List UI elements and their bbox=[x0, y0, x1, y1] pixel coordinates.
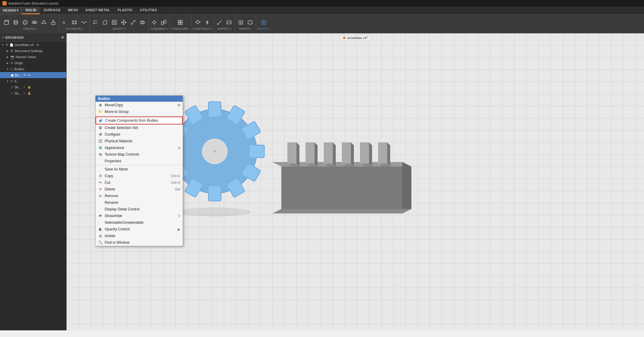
tab-mesh[interactable]: MESH bbox=[64, 7, 82, 14]
svg-marker-88 bbox=[287, 142, 296, 164]
create-more-btn[interactable] bbox=[39, 18, 48, 27]
assemble-joint-btn[interactable] bbox=[150, 18, 159, 27]
design-button[interactable]: DESIGN ▾ bbox=[0, 7, 22, 14]
tab-utilities[interactable]: UTILITIES bbox=[136, 7, 161, 14]
ctx-create-selection[interactable]: ⊞ Create Selection Set bbox=[96, 124, 183, 131]
bodies-icon: ◻ bbox=[10, 67, 13, 71]
ctx-rename[interactable]: Rename bbox=[96, 199, 183, 206]
ctx-create-selection-label: Create Selection Set bbox=[105, 126, 138, 130]
inspect-measure-btn[interactable] bbox=[215, 18, 224, 27]
ctx-isolate[interactable]: ◎ Isolate bbox=[96, 233, 183, 239]
create-label: CREATE ▾ bbox=[23, 27, 37, 30]
create-sphere-btn[interactable] bbox=[21, 18, 30, 27]
comb-3d-shape bbox=[272, 136, 423, 239]
ctx-delete[interactable]: ✕ Delete Del bbox=[96, 186, 183, 193]
assemble-btn[interactable] bbox=[159, 18, 168, 27]
select-label: SELECT ▾ bbox=[257, 27, 270, 30]
svg-rect-35 bbox=[181, 23, 182, 25]
assemble-label: ASSEMBLE ▾ bbox=[150, 27, 168, 30]
browser-item-bodies[interactable]: ▼ ◻ Bodies bbox=[0, 66, 66, 72]
origin-label: Origin bbox=[14, 61, 23, 65]
ctx-move-copy[interactable]: ⊕ Move/Copy M bbox=[96, 102, 183, 108]
automate-fx-btn[interactable]: fx bbox=[60, 18, 70, 27]
body1-extra[interactable]: ◈ bbox=[28, 74, 30, 77]
ctx-rename-label: Rename bbox=[105, 200, 118, 205]
ctx-texture-map[interactable]: ⧉ Texture Map Controls bbox=[96, 151, 183, 158]
ctx-opacity[interactable]: ◐ Opacity Control ▶ bbox=[96, 226, 183, 233]
browser-item-snowflake[interactable]: ▼ 👁 📄 snowflake v4 ⚙ bbox=[0, 42, 66, 48]
tab-sheet-metal[interactable]: SHEET METAL bbox=[82, 7, 114, 14]
insert-canvas-btn[interactable] bbox=[246, 18, 255, 27]
browser-item-named-views[interactable]: ▶ 📷 Named Views bbox=[0, 54, 66, 60]
ctx-physical-material[interactable]: Physical Material bbox=[96, 138, 183, 144]
ctx-selectable[interactable]: Selectable/Unselectable bbox=[96, 219, 183, 226]
origin-icon: ✛ bbox=[10, 61, 13, 65]
svg-text:fx: fx bbox=[63, 21, 65, 25]
snowflake-visibility[interactable]: 👁 bbox=[5, 43, 8, 47]
inspect-section-btn[interactable] bbox=[224, 18, 234, 27]
svg-rect-46 bbox=[248, 21, 252, 24]
browser-item-sketches[interactable]: ▼ ✏ S... bbox=[0, 78, 66, 84]
ctx-configure[interactable]: ⚙ Configure bbox=[96, 131, 183, 138]
configure-btn[interactable] bbox=[176, 18, 185, 27]
sketch2-vis[interactable]: 👁 bbox=[23, 92, 26, 95]
tab-plastic[interactable]: PLASTIC bbox=[114, 7, 137, 14]
modify-move-btn[interactable] bbox=[119, 18, 128, 27]
ctx-texture-map-label: Texture Map Controls bbox=[105, 152, 139, 157]
ctx-copy[interactable]: ⎘ Copy Ctrl+C bbox=[96, 173, 183, 179]
ctx-save-mesh[interactable]: Save As Mesh bbox=[96, 166, 183, 173]
modify-fillet-btn[interactable] bbox=[91, 18, 100, 27]
ctx-save-mesh-label: Save As Mesh bbox=[105, 167, 128, 171]
modify-shell-btn[interactable] bbox=[110, 18, 119, 27]
ctx-isolate-label: Isolate bbox=[105, 234, 115, 238]
snowflake-gear[interactable]: ⚙ bbox=[36, 43, 39, 47]
toolbar-group-configure: CONFIGURE ▾ bbox=[170, 15, 191, 33]
create-torus-btn[interactable] bbox=[30, 18, 39, 27]
construct-plane-btn[interactable] bbox=[193, 18, 202, 27]
ctx-show-hide-shortcut: V bbox=[178, 214, 180, 218]
ctx-remove[interactable]: ↩ Remove bbox=[96, 193, 183, 199]
svg-marker-103 bbox=[378, 142, 387, 164]
create-cylinder-btn[interactable] bbox=[11, 18, 20, 27]
ctx-display-detail[interactable]: Display Detail Control bbox=[96, 206, 183, 213]
sketch2-lock[interactable]: 🔒 bbox=[28, 92, 31, 95]
sketch1-lock[interactable]: 🔒 bbox=[28, 86, 31, 89]
browser-item-body1[interactable]: ◼ Bo... 👁 ◈ bbox=[0, 72, 66, 78]
context-menu-header: Bodies bbox=[96, 96, 183, 102]
browser-item-sketch2[interactable]: ✏ Sk... 👁 🔒 bbox=[0, 90, 66, 96]
automate-wave-btn[interactable] bbox=[79, 18, 88, 27]
browser-item-origin[interactable]: ▶ ✛ Origin bbox=[0, 60, 66, 66]
browser-item-doc-settings[interactable]: ▶ ⚙ Document Settings bbox=[0, 48, 66, 54]
svg-marker-83 bbox=[281, 167, 411, 209]
insert-btn[interactable] bbox=[236, 18, 245, 27]
ctx-create-components[interactable]: Create Components from Bodies bbox=[96, 117, 183, 124]
toolbar-group-create: CREATE ▾ bbox=[1, 15, 59, 33]
sketch1-vis[interactable]: 👁 bbox=[23, 86, 26, 89]
ctx-appearance[interactable]: Appearance A bbox=[96, 144, 183, 151]
automate-btn[interactable] bbox=[70, 18, 79, 27]
save-mesh-icon bbox=[98, 167, 103, 172]
ctx-find-in-window[interactable]: 🔍 Find in Window bbox=[96, 239, 183, 246]
ctx-show-hide[interactable]: 👁 Show/Hide V bbox=[96, 213, 183, 219]
create-extrude-btn[interactable] bbox=[49, 18, 58, 27]
modify-combine-btn[interactable] bbox=[138, 18, 147, 27]
browser-item-sketch1[interactable]: ✏ Sk... 👁 🔒 bbox=[0, 84, 66, 90]
body1-visibility[interactable]: 👁 bbox=[24, 74, 26, 77]
ctx-move-to-group[interactable]: 📁 Move to Group bbox=[96, 108, 183, 115]
ctx-create-components-label: Create Components from Bodies bbox=[105, 118, 158, 123]
ctx-divider-2 bbox=[96, 165, 183, 165]
ctx-properties[interactable]: Properties bbox=[96, 158, 183, 164]
tab-solid[interactable]: SOLID bbox=[22, 7, 40, 14]
tab-surface[interactable]: SURFACE bbox=[40, 7, 64, 14]
modify-chamfer-btn[interactable] bbox=[100, 18, 110, 27]
browser-search-icon[interactable]: ⊕ bbox=[61, 35, 64, 39]
modify-scale-btn[interactable] bbox=[129, 18, 138, 27]
doc-settings-label: Document Settings bbox=[15, 49, 43, 53]
create-box-btn[interactable] bbox=[2, 18, 11, 27]
doc-name-label: snowflake v4* bbox=[340, 35, 371, 41]
viewport[interactable]: snowflake v4* bbox=[67, 33, 644, 330]
ctx-cut[interactable]: ✂ Cut Ctrl+X bbox=[96, 179, 183, 186]
construct-axis-btn[interactable] bbox=[203, 18, 212, 27]
toolbar-group-automate: fx AUTOMATE ▾ bbox=[59, 15, 90, 33]
select-btn[interactable] bbox=[259, 18, 268, 27]
